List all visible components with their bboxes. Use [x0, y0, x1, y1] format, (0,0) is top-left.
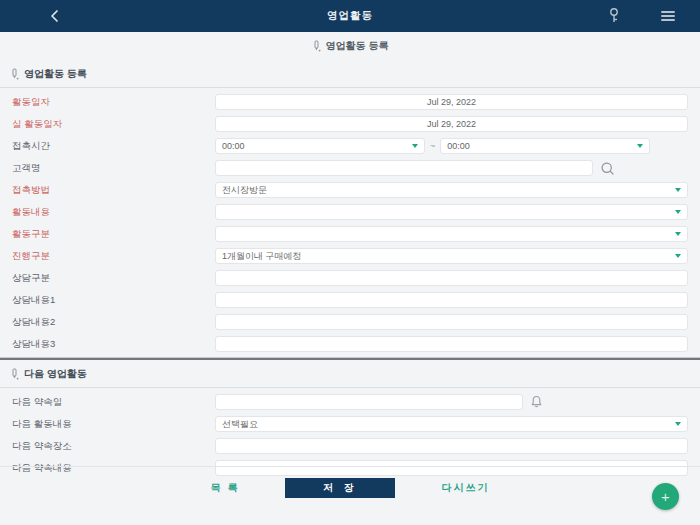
subheader-title: 영업활동 등록 [326, 39, 389, 53]
field-label: 다음 약속장소 [12, 440, 215, 453]
form-row-activity-date: 활동일자 [0, 91, 700, 113]
selected-value: 선택필요 [222, 418, 258, 431]
activity-content-select[interactable] [215, 204, 688, 220]
form-row-progress-type: 진행구분 1개월이내 구매예정 [0, 245, 700, 267]
chevron-down-icon [675, 188, 681, 192]
chevron-down-icon [637, 144, 643, 148]
page-title: 영업활동 [0, 0, 700, 32]
selected-value: 전시장방문 [222, 184, 267, 197]
consult-content3-input[interactable] [215, 336, 688, 352]
activity-form: 활동일자 실 활동일자 접촉시간 00:00 ~ 00:00 고객명 [0, 88, 700, 355]
bell-icon[interactable] [530, 395, 543, 409]
rewrite-button[interactable]: 다시쓰기 [433, 477, 497, 499]
section-header-activity: 영업활동 등록 [0, 60, 700, 88]
section-header-next-activity: 다음 영업활동 [0, 360, 700, 388]
pencil-icon [10, 68, 19, 80]
field-label: 접촉시간 [12, 140, 215, 153]
chevron-down-icon [675, 254, 681, 258]
field-label: 활동구분 [12, 228, 215, 241]
actual-activity-date-input[interactable] [215, 116, 688, 132]
app-bar: 영업활동 [0, 0, 700, 32]
form-row-consult-type: 상담구분 [0, 267, 700, 289]
selected-value: 1개월이내 구매예정 [222, 250, 302, 263]
form-row-next-appointment-place: 다음 약속장소 [0, 435, 700, 457]
contact-method-select[interactable]: 전시장방문 [215, 182, 688, 198]
pencil-icon [312, 40, 321, 52]
chevron-down-icon [412, 144, 418, 148]
activity-date-input[interactable] [215, 94, 688, 110]
pencil-icon [10, 368, 19, 380]
field-label: 활동일자 [12, 96, 215, 109]
form-row-customer-name: 고객명 [0, 157, 700, 179]
consult-type-input[interactable] [215, 270, 688, 286]
selected-value: 00:00 [447, 141, 470, 151]
chevron-down-icon [675, 422, 681, 426]
plus-icon: + [661, 489, 670, 504]
time-range-separator: ~ [430, 141, 435, 151]
section-title: 다음 영업활동 [24, 367, 87, 381]
consult-content1-input[interactable] [215, 292, 688, 308]
save-button[interactable]: 저 장 [285, 478, 395, 498]
contact-time-to-select[interactable]: 00:00 [440, 138, 650, 154]
form-row-next-activity-content: 다음 활동내용 선택필요 [0, 413, 700, 435]
search-icon[interactable] [600, 161, 615, 176]
section-title: 영업활동 등록 [24, 67, 87, 81]
hamburger-menu-icon[interactable] [661, 11, 675, 21]
form-row-consult-content2: 상담내용2 [0, 311, 700, 333]
next-activity-content-select[interactable]: 선택필요 [215, 416, 688, 432]
field-label: 실 활동일자 [12, 118, 215, 131]
activity-type-select[interactable] [215, 226, 688, 242]
chevron-down-icon [675, 210, 681, 214]
field-label: 접촉방법 [12, 184, 215, 197]
key-icon[interactable] [606, 7, 622, 25]
form-row-activity-content: 활동내용 [0, 201, 700, 223]
customer-name-input[interactable] [215, 160, 593, 176]
field-label: 다음 약속일 [12, 396, 215, 409]
field-label: 상담내용3 [12, 338, 215, 351]
add-fab-button[interactable]: + [652, 483, 679, 510]
form-row-actual-activity-date: 실 활동일자 [0, 113, 700, 135]
footer-actions: 목 록 저 장 다시쓰기 [0, 466, 700, 509]
field-label: 상담내용1 [12, 294, 215, 307]
next-appointment-date-input[interactable] [215, 394, 523, 410]
field-label: 고객명 [12, 162, 215, 175]
form-row-consult-content3: 상담내용3 [0, 333, 700, 355]
field-label: 다음 활동내용 [12, 418, 215, 431]
contact-time-from-select[interactable]: 00:00 [215, 138, 425, 154]
progress-type-select[interactable]: 1개월이내 구매예정 [215, 248, 688, 264]
field-label: 진행구분 [12, 250, 215, 263]
form-row-contact-method: 접촉방법 전시장방문 [0, 179, 700, 201]
list-button[interactable]: 목 록 [203, 477, 248, 499]
form-row-contact-time: 접촉시간 00:00 ~ 00:00 [0, 135, 700, 157]
form-row-consult-content1: 상담내용1 [0, 289, 700, 311]
form-row-activity-type: 활동구분 [0, 223, 700, 245]
form-row-next-appointment-date: 다음 약속일 [0, 391, 700, 413]
field-label: 상담내용2 [12, 316, 215, 329]
chevron-down-icon [675, 232, 681, 236]
field-label: 활동내용 [12, 206, 215, 219]
subheader: 영업활동 등록 [0, 32, 700, 60]
field-label: 상담구분 [12, 272, 215, 285]
consult-content2-input[interactable] [215, 314, 688, 330]
selected-value: 00:00 [222, 141, 245, 151]
next-appointment-place-input[interactable] [215, 438, 688, 454]
